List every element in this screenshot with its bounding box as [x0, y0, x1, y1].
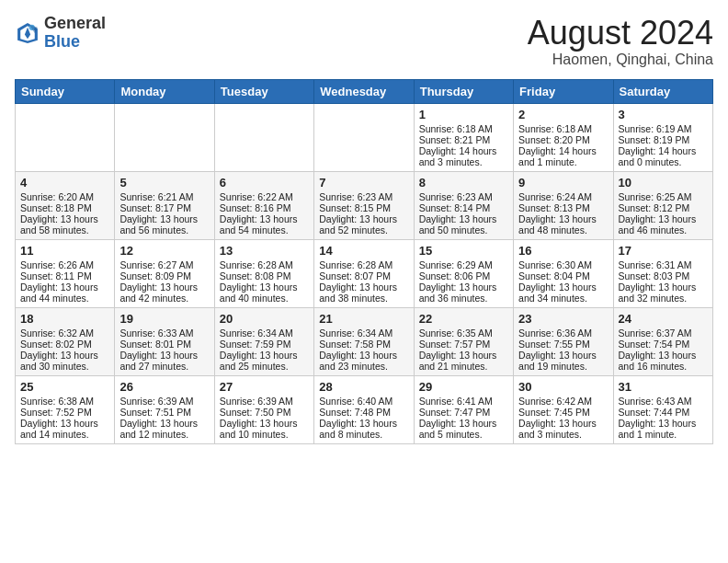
- calendar-day-cell: 10Sunrise: 6:25 AMSunset: 8:12 PMDayligh…: [613, 171, 712, 239]
- daylight-text: Daylight: 13 hours and 19 minutes.: [518, 350, 597, 372]
- daylight-text: Daylight: 13 hours and 40 minutes.: [220, 282, 298, 304]
- day-number: 12: [119, 244, 209, 258]
- sunset-text: Sunset: 8:15 PM: [319, 202, 391, 213]
- calendar-day-cell: 11Sunrise: 6:26 AMSunset: 8:11 PMDayligh…: [16, 239, 115, 307]
- daylight-text: Daylight: 14 hours and 3 minutes.: [419, 145, 497, 167]
- calendar-day-cell: 18Sunrise: 6:32 AMSunset: 8:02 PMDayligh…: [16, 307, 115, 375]
- calendar-week-1: 1Sunrise: 6:18 AMSunset: 8:21 PMDaylight…: [16, 103, 713, 171]
- day-number: 26: [119, 380, 209, 394]
- calendar-day-cell: 12Sunrise: 6:27 AMSunset: 8:09 PMDayligh…: [115, 239, 214, 307]
- calendar-day-cell: 30Sunrise: 6:42 AMSunset: 7:45 PMDayligh…: [514, 375, 613, 443]
- sunset-text: Sunset: 8:04 PM: [518, 270, 590, 282]
- day-number: 21: [319, 312, 408, 326]
- sunrise-text: Sunrise: 6:26 AM: [20, 259, 94, 270]
- daylight-text: Daylight: 13 hours and 58 minutes.: [20, 213, 98, 236]
- sunset-text: Sunset: 7:57 PM: [419, 339, 491, 350]
- sunrise-text: Sunrise: 6:23 AM: [419, 191, 493, 202]
- location-subtitle: Haomen, Qinghai, China: [528, 52, 713, 68]
- sunrise-text: Sunrise: 6:20 AM: [20, 191, 94, 202]
- weekday-header-sunday: Sunday: [16, 79, 115, 103]
- daylight-text: Daylight: 13 hours and 50 minutes.: [419, 213, 497, 236]
- sunset-text: Sunset: 7:52 PM: [20, 407, 92, 418]
- sunset-text: Sunset: 8:08 PM: [220, 270, 291, 282]
- calendar-day-cell: 21Sunrise: 6:34 AMSunset: 7:58 PMDayligh…: [314, 307, 414, 375]
- calendar-day-cell: 23Sunrise: 6:36 AMSunset: 7:55 PMDayligh…: [514, 307, 613, 375]
- sunrise-text: Sunrise: 6:21 AM: [119, 191, 193, 202]
- day-number: 28: [319, 380, 408, 394]
- day-number: 6: [220, 176, 309, 190]
- daylight-text: Daylight: 13 hours and 46 minutes.: [619, 213, 697, 236]
- calendar-table: SundayMondayTuesdayWednesdayThursdayFrid…: [15, 79, 713, 444]
- daylight-text: Daylight: 13 hours and 21 minutes.: [419, 350, 497, 372]
- sunset-text: Sunset: 7:59 PM: [220, 339, 291, 350]
- sunrise-text: Sunrise: 6:18 AM: [518, 123, 592, 134]
- calendar-day-cell: 8Sunrise: 6:23 AMSunset: 8:14 PMDaylight…: [414, 171, 513, 239]
- day-number: 20: [220, 312, 309, 326]
- weekday-header-saturday: Saturday: [613, 79, 712, 103]
- sunset-text: Sunset: 8:14 PM: [419, 202, 491, 213]
- weekday-header-tuesday: Tuesday: [214, 79, 313, 103]
- daylight-text: Daylight: 13 hours and 30 minutes.: [20, 350, 98, 372]
- day-number: 17: [619, 244, 708, 258]
- weekday-header-wednesday: Wednesday: [314, 79, 414, 103]
- sunrise-text: Sunrise: 6:42 AM: [518, 396, 592, 407]
- day-number: 9: [518, 176, 608, 190]
- calendar-day-cell: 7Sunrise: 6:23 AMSunset: 8:15 PMDaylight…: [314, 171, 414, 239]
- day-number: 13: [220, 244, 309, 258]
- calendar-day-cell: 28Sunrise: 6:40 AMSunset: 7:48 PMDayligh…: [314, 375, 414, 443]
- calendar-day-cell: [314, 103, 414, 171]
- calendar-day-cell: 16Sunrise: 6:30 AMSunset: 8:04 PMDayligh…: [514, 239, 613, 307]
- sunrise-text: Sunrise: 6:33 AM: [119, 327, 193, 339]
- day-number: 22: [419, 312, 508, 326]
- sunset-text: Sunset: 8:12 PM: [619, 202, 690, 213]
- sunset-text: Sunset: 7:58 PM: [319, 339, 391, 350]
- calendar-week-5: 25Sunrise: 6:38 AMSunset: 7:52 PMDayligh…: [16, 375, 713, 443]
- calendar-day-cell: 25Sunrise: 6:38 AMSunset: 7:52 PMDayligh…: [16, 375, 115, 443]
- day-number: 14: [319, 244, 408, 258]
- daylight-text: Daylight: 13 hours and 8 minutes.: [319, 418, 397, 440]
- sunrise-text: Sunrise: 6:37 AM: [619, 327, 692, 339]
- sunrise-text: Sunrise: 6:32 AM: [20, 327, 94, 339]
- day-number: 8: [419, 176, 508, 190]
- calendar-day-cell: 15Sunrise: 6:29 AMSunset: 8:06 PMDayligh…: [414, 239, 513, 307]
- title-block: August 2024 Haomen, Qinghai, China: [528, 15, 713, 68]
- daylight-text: Daylight: 13 hours and 38 minutes.: [319, 282, 397, 304]
- daylight-text: Daylight: 13 hours and 36 minutes.: [419, 282, 497, 304]
- sunrise-text: Sunrise: 6:28 AM: [319, 259, 392, 270]
- daylight-text: Daylight: 13 hours and 34 minutes.: [518, 282, 597, 304]
- logo-icon: [15, 20, 40, 46]
- day-number: 10: [619, 176, 708, 190]
- day-number: 1: [419, 108, 508, 121]
- sunrise-text: Sunrise: 6:36 AM: [518, 327, 592, 339]
- sunrise-text: Sunrise: 6:40 AM: [319, 396, 392, 407]
- day-number: 5: [119, 176, 209, 190]
- sunset-text: Sunset: 8:09 PM: [119, 270, 191, 282]
- calendar-day-cell: 13Sunrise: 6:28 AMSunset: 8:08 PMDayligh…: [214, 239, 313, 307]
- daylight-text: Daylight: 13 hours and 1 minute.: [619, 418, 697, 440]
- day-number: 19: [119, 312, 209, 326]
- day-number: 24: [619, 312, 708, 326]
- calendar-day-cell: 27Sunrise: 6:39 AMSunset: 7:50 PMDayligh…: [214, 375, 313, 443]
- sunset-text: Sunset: 8:11 PM: [20, 270, 92, 282]
- sunrise-text: Sunrise: 6:23 AM: [319, 191, 392, 202]
- sunset-text: Sunset: 8:18 PM: [20, 202, 92, 213]
- sunset-text: Sunset: 7:48 PM: [319, 407, 391, 418]
- month-title: August 2024: [528, 15, 713, 52]
- sunrise-text: Sunrise: 6:31 AM: [619, 259, 692, 270]
- sunset-text: Sunset: 7:55 PM: [518, 339, 590, 350]
- calendar-day-cell: 4Sunrise: 6:20 AMSunset: 8:18 PMDaylight…: [16, 171, 115, 239]
- sunset-text: Sunset: 7:47 PM: [419, 407, 491, 418]
- calendar-day-cell: 17Sunrise: 6:31 AMSunset: 8:03 PMDayligh…: [613, 239, 712, 307]
- sunset-text: Sunset: 7:50 PM: [220, 407, 291, 418]
- sunset-text: Sunset: 8:01 PM: [119, 339, 191, 350]
- day-number: 23: [518, 312, 608, 326]
- logo: General Blue: [15, 15, 106, 52]
- day-number: 30: [518, 380, 608, 394]
- calendar-week-3: 11Sunrise: 6:26 AMSunset: 8:11 PMDayligh…: [16, 239, 713, 307]
- sunrise-text: Sunrise: 6:25 AM: [619, 191, 692, 202]
- weekday-header-monday: Monday: [115, 79, 214, 103]
- daylight-text: Daylight: 13 hours and 14 minutes.: [20, 418, 98, 440]
- sunset-text: Sunset: 8:21 PM: [419, 134, 491, 145]
- daylight-text: Daylight: 13 hours and 52 minutes.: [319, 213, 397, 236]
- daylight-text: Daylight: 13 hours and 25 minutes.: [220, 350, 298, 372]
